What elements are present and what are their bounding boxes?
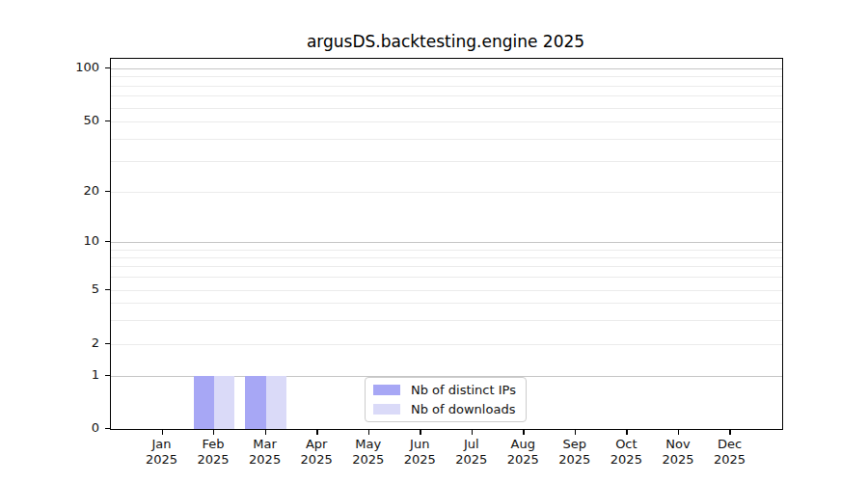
gridline-minor-2 [111, 344, 782, 345]
x-tick-mark-mar [265, 430, 266, 435]
x-tick-year: 2025 [558, 452, 590, 467]
x-tick-year: 2025 [249, 452, 281, 467]
x-tick-month: Feb [203, 437, 225, 451]
gridline-minor-80 [111, 86, 782, 87]
y-tick-label-100: 100 [41, 60, 99, 75]
gridline-minor-90 [111, 76, 782, 77]
gridline-minor-6 [111, 277, 782, 278]
y-tick-mark-10 [105, 241, 110, 242]
x-tick-mark-sep [575, 430, 576, 435]
gridline-minor-60 [111, 108, 782, 109]
x-tick-year: 2025 [198, 452, 230, 467]
x-tick-year: 2025 [352, 452, 384, 467]
x-tick-mark-apr [316, 430, 317, 435]
chart-title: argusDS.backtesting.engine 2025 [110, 32, 781, 51]
figure: argusDS.backtesting.engine 2025 01251020… [0, 0, 868, 482]
y-tick-label-0: 0 [41, 420, 99, 436]
y-tick-mark-20 [105, 191, 110, 192]
y-tick-label-10: 10 [41, 233, 99, 249]
x-tick-year: 2025 [455, 452, 487, 467]
y-tick-label-50: 50 [41, 113, 99, 128]
x-tick-year: 2025 [662, 452, 693, 467]
gridline-minor-50 [111, 121, 782, 122]
gridline-minor-4 [111, 303, 782, 304]
plot-area [110, 58, 783, 430]
bar-distinct-ips-feb [194, 376, 214, 430]
y-tick-label-1: 1 [41, 367, 99, 383]
x-tick-month: Jan [152, 437, 172, 451]
x-tick-month: Jul [464, 437, 479, 451]
y-tick-mark-1 [105, 375, 110, 376]
x-tick-mark-jan [162, 430, 163, 435]
x-tick-mark-oct [626, 430, 627, 435]
x-tick-mark-jun [420, 430, 420, 435]
gridline-minor-8 [111, 257, 782, 258]
x-tick-mark-jul [472, 430, 473, 435]
x-tick-year: 2025 [610, 452, 642, 467]
x-tick-year: 2025 [507, 452, 539, 467]
x-tick-month: Sep [563, 437, 587, 451]
gridline-major-100 [111, 68, 782, 69]
legend-swatch-distinct-ips [373, 385, 400, 395]
x-tick-month: Aug [511, 437, 535, 451]
x-tick-mark-dec [729, 430, 730, 435]
x-tick-year: 2025 [714, 452, 746, 467]
bar-downloads-feb [214, 376, 234, 430]
legend-label-downloads: Nb of downloads [411, 402, 515, 416]
x-tick-year: 2025 [146, 452, 177, 467]
x-tick-mark-may [368, 430, 369, 435]
y-tick-mark-100 [105, 67, 110, 68]
gridline-major-10 [111, 242, 782, 243]
gridline-minor-9 [111, 250, 782, 251]
y-tick-label-2: 2 [41, 335, 99, 351]
y-tick-label-20: 20 [41, 183, 99, 199]
x-tick-month: May [355, 437, 381, 451]
bar-downloads-mar [266, 376, 286, 430]
gridline-minor-20 [111, 192, 782, 193]
y-tick-mark-50 [105, 120, 110, 121]
x-tick-mark-feb [213, 430, 214, 435]
gridline-minor-40 [111, 139, 782, 140]
x-tick-month: Nov [665, 437, 690, 451]
gridline-minor-30 [111, 161, 782, 162]
y-tick-mark-5 [105, 289, 110, 290]
y-tick-mark-0 [105, 428, 110, 429]
gridline-minor-70 [111, 95, 782, 96]
legend-item-distinct-ips: Nb of distinct IPs [373, 383, 518, 397]
legend: Nb of distinct IPs Nb of downloads [365, 377, 527, 422]
gridline-minor-3 [111, 320, 782, 321]
legend-item-downloads: Nb of downloads [373, 402, 518, 416]
x-tick-month: Oct [615, 437, 637, 451]
x-tick-mark-aug [523, 430, 524, 435]
x-tick-month: Apr [306, 437, 328, 451]
legend-swatch-downloads [373, 404, 400, 415]
y-tick-label-5: 5 [41, 281, 99, 297]
x-tick-year: 2025 [404, 452, 436, 467]
x-tick-month: Dec [718, 437, 742, 451]
x-tick-label-dec: Dec2025 [698, 437, 760, 468]
gridline-minor-7 [111, 266, 782, 267]
x-tick-mark-nov [678, 430, 679, 435]
gridline-minor-5 [111, 290, 782, 291]
x-tick-year: 2025 [301, 452, 333, 467]
x-tick-month: Mar [253, 437, 277, 451]
x-tick-month: Jun [410, 437, 429, 451]
bar-distinct-ips-mar [245, 376, 265, 430]
y-tick-mark-2 [105, 343, 110, 344]
legend-label-distinct-ips: Nb of distinct IPs [411, 383, 516, 397]
